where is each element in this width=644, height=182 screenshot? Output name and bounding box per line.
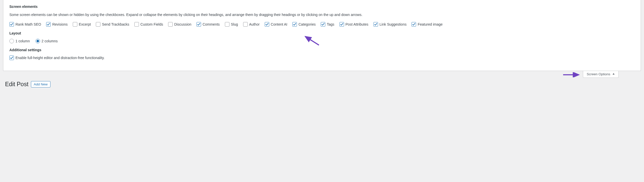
checkbox-categories[interactable]: Categories — [292, 22, 316, 27]
checkbox-label: Discussion — [174, 22, 191, 26]
additional-settings-heading: Additional settings — [9, 48, 635, 52]
radio-button[interactable] — [9, 39, 14, 43]
checkbox-box[interactable] — [265, 22, 269, 27]
checkbox-label: Categories — [298, 22, 316, 26]
screen-elements-heading: Screen elements — [9, 5, 635, 9]
checkbox-box[interactable] — [225, 22, 229, 27]
checkbox-featured-image[interactable]: Featured image — [412, 22, 442, 27]
layout-radio-2-columns[interactable]: 2 columns — [35, 39, 58, 43]
checkbox-box[interactable] — [373, 22, 378, 27]
checkbox-slug[interactable]: Slug — [225, 22, 238, 27]
checkbox-box[interactable] — [243, 22, 248, 27]
checkbox-box[interactable] — [339, 22, 344, 27]
checkbox-post-attributes[interactable]: Post Attributes — [339, 22, 368, 27]
checkbox-rank-math-seo[interactable]: Rank Math SEO — [9, 22, 41, 27]
checkbox-label: Send Trackbacks — [102, 22, 129, 26]
additional-settings-grid: Enable full-height editor and distractio… — [9, 56, 635, 60]
checkbox-send-trackbacks[interactable]: Send Trackbacks — [96, 22, 129, 27]
layout-heading: Layout — [9, 31, 635, 35]
screen-options-tab-label: Screen Options — [587, 72, 610, 76]
checkbox-label: Slug — [231, 22, 238, 26]
checkbox-label: Excerpt — [79, 22, 91, 26]
screen-options-tab[interactable]: Screen Options — [583, 71, 619, 78]
screen-options-tab-area: Screen Options — [0, 71, 644, 78]
screen-options-panel: Screen elements Some screen elements can… — [3, 0, 641, 71]
checkbox-content-ai[interactable]: Content AI — [265, 22, 287, 27]
radio-button[interactable] — [35, 39, 40, 43]
checkbox-label: Custom Fields — [140, 22, 163, 26]
checkbox-custom-fields[interactable]: Custom Fields — [134, 22, 163, 27]
checkbox-comments[interactable]: Comments — [196, 22, 220, 27]
screen-elements-description: Some screen elements can be shown or hid… — [9, 12, 385, 17]
checkbox-box[interactable] — [196, 22, 201, 27]
checkbox-label: Content AI — [271, 22, 287, 26]
checkbox-tags[interactable]: Tags — [321, 22, 334, 27]
checkbox-label: Link Suggestions — [380, 22, 407, 26]
radio-label: 1 column — [15, 39, 30, 43]
page-title: Edit Post — [5, 81, 28, 88]
checkbox-label: Comments — [203, 22, 220, 26]
caret-up-icon — [612, 72, 615, 76]
checkbox-box[interactable] — [9, 22, 14, 27]
checkbox-full-height-editor[interactable]: Enable full-height editor and distractio… — [9, 56, 105, 60]
checkbox-box[interactable] — [9, 56, 14, 60]
checkbox-discussion[interactable]: Discussion — [168, 22, 191, 27]
checkbox-author[interactable]: Author — [243, 22, 260, 27]
checkbox-revisions[interactable]: Revisions — [46, 22, 68, 27]
checkbox-box[interactable] — [292, 22, 297, 27]
checkbox-label: Post Attributes — [346, 22, 368, 26]
add-new-button[interactable]: Add New — [31, 81, 50, 87]
annotation-arrow-screen-options — [563, 72, 580, 77]
checkbox-box[interactable] — [134, 22, 139, 27]
checkbox-box[interactable] — [321, 22, 325, 27]
checkbox-label: Tags — [327, 22, 334, 26]
checkbox-box[interactable] — [412, 22, 416, 27]
checkbox-box[interactable] — [168, 22, 173, 27]
checkbox-excerpt[interactable]: Excerpt — [73, 22, 91, 27]
checkbox-label: Featured image — [418, 22, 442, 26]
layout-radio-1-column[interactable]: 1 column — [9, 39, 30, 43]
radio-label: 2 columns — [42, 39, 58, 43]
checkbox-label: Revisions — [52, 22, 68, 26]
checkbox-label: Enable full-height editor and distractio… — [15, 56, 105, 60]
checkbox-box[interactable] — [73, 22, 77, 27]
screen-elements-checkbox-grid: Rank Math SEORevisionsExcerptSend Trackb… — [9, 22, 635, 27]
checkbox-box[interactable] — [46, 22, 51, 27]
checkbox-box[interactable] — [96, 22, 100, 27]
checkbox-label: Rank Math SEO — [15, 22, 41, 26]
checkbox-link-suggestions[interactable]: Link Suggestions — [373, 22, 407, 27]
layout-radio-row: 1 column2 columns — [9, 39, 635, 43]
page-header: Edit Post Add New — [0, 78, 644, 88]
checkbox-label: Author — [249, 22, 260, 26]
